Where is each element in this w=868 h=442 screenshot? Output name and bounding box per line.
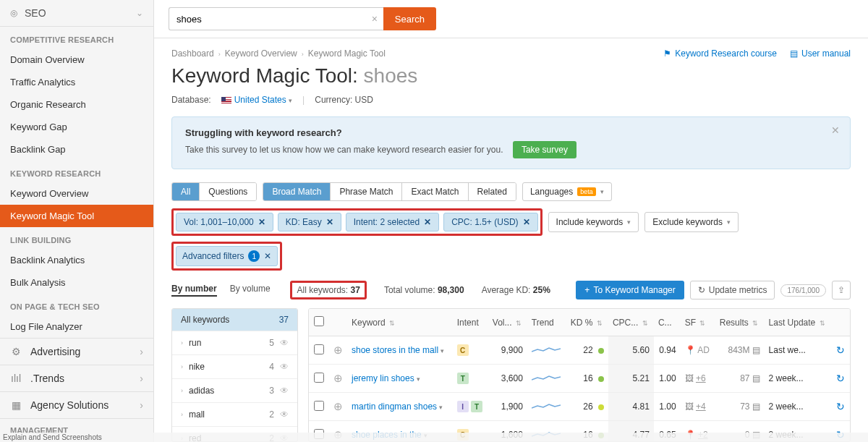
tab-match[interactable]: Related (469, 183, 516, 200)
refresh-row-button[interactable]: ↻ (836, 373, 845, 384)
col-keyword[interactable]: Keyword ⇅ (347, 309, 453, 336)
refresh-row-button[interactable]: ↻ (836, 401, 845, 412)
exclude-keywords-dropdown[interactable]: Exclude keywords▾ (644, 212, 739, 232)
tab-match[interactable]: Phrase Match (331, 183, 402, 200)
breadcrumb-item[interactable]: Keyword Overview (225, 48, 297, 59)
stats-tab-by-number[interactable]: By number (171, 284, 217, 297)
close-icon[interactable]: ✕ (523, 217, 530, 227)
keyword-link[interactable]: martin dingman shoes ▾ (347, 393, 453, 421)
keyword-link[interactable]: jeremy lin shoes ▾ (347, 365, 453, 393)
sidebar-item[interactable]: Traffic Analytics (0, 71, 153, 93)
keyword-groups-header[interactable]: All keywords 37 (172, 309, 297, 331)
col-results[interactable]: Results ⇅ (715, 309, 765, 336)
eye-icon[interactable]: 👁 (280, 338, 289, 348)
sidebar-section-title: ON PAGE & TECH SEO (0, 294, 153, 315)
serp-more[interactable]: +6 (696, 373, 706, 383)
tab-all[interactable]: All (172, 183, 200, 200)
sidebar-item[interactable]: Keyword Overview (0, 182, 153, 205)
row-checkbox[interactable] (314, 373, 324, 383)
chevron-right-icon: › (181, 411, 183, 418)
chevron-down-icon: ▾ (417, 375, 420, 383)
add-keyword-button[interactable]: ⊕ (329, 393, 347, 421)
filter-chip[interactable]: Intent: 2 selected✕ (346, 213, 439, 231)
sidebar-item[interactable]: Backlink Gap (0, 138, 153, 161)
refresh-row-button[interactable]: ↻ (836, 344, 845, 356)
serp-snapshot-icon[interactable]: ▤ (752, 373, 760, 383)
filter-chip[interactable]: KD: Easy✕ (278, 213, 341, 231)
sidebar-item[interactable]: Bulk Analysis (0, 271, 153, 294)
sidebar-item[interactable]: Domain Overview (0, 48, 153, 71)
keyword-group-item[interactable]: ›nike4👁 (172, 354, 297, 378)
serp-snapshot-icon[interactable]: ▤ (752, 345, 760, 355)
col-volume[interactable]: Vol... ⇅ (488, 309, 527, 336)
serp-more[interactable]: +4 (696, 401, 706, 412)
search-clear-button[interactable]: × (366, 7, 383, 30)
add-keyword-button[interactable]: ⊕ (329, 336, 347, 365)
sidebar-big-item[interactable]: ⚙Advertising› (0, 338, 153, 365)
keyword-link[interactable]: shoe stores in the mall ▾ (347, 336, 453, 365)
serp-feature-icon: 🖼 (685, 373, 694, 383)
database-selector[interactable]: United States ▾ (221, 95, 292, 105)
advanced-filters-chip[interactable]: Advanced filters 1 ✕ (176, 246, 278, 266)
survey-banner: Struggling with keyword research? Take t… (171, 116, 851, 169)
col-com[interactable]: C... (654, 309, 681, 336)
keyword-group-item[interactable]: ›adidas3👁 (172, 378, 297, 402)
languages-dropdown[interactable]: Languages beta ▾ (522, 182, 612, 201)
sidebar-item[interactable]: Keyword Gap (0, 116, 153, 138)
row-checkbox[interactable] (314, 401, 324, 411)
tab-match[interactable]: Broad Match (263, 183, 331, 200)
link-keyword-research-course[interactable]: ⚑Keyword Research course (663, 48, 777, 59)
chevron-right-icon: › (181, 387, 183, 394)
sidebar-big-item[interactable]: ▦Agency Solutions› (0, 391, 153, 418)
sidebar-item[interactable]: Backlink Analytics (0, 249, 153, 271)
col-intent[interactable]: Intent (453, 309, 488, 336)
serp-feature-icon: 🖼 (685, 401, 694, 412)
col-kd[interactable]: KD % ⇅ (566, 309, 608, 336)
tab-match[interactable]: Exact Match (402, 183, 468, 200)
sidebar-item[interactable]: Organic Research (0, 93, 153, 116)
take-survey-button[interactable]: Take survey (513, 141, 576, 158)
col-trend[interactable]: Trend (527, 309, 566, 336)
to-keyword-manager-button[interactable]: +To Keyword Manager (576, 281, 684, 299)
keyword-group-item[interactable]: ›run5👁 (172, 331, 297, 354)
breadcrumb-item[interactable]: Dashboard (171, 48, 214, 59)
keyword-group-item[interactable]: ›mall2👁 (172, 402, 297, 426)
sidebar-item[interactable]: Keyword Magic Tool (0, 205, 153, 227)
chevron-down-icon: ⌄ (136, 8, 143, 18)
eye-icon[interactable]: 👁 (280, 362, 289, 372)
banner-close-button[interactable]: ✕ (831, 124, 840, 136)
filter-chip[interactable]: CPC: 1.5+ (USD)✕ (443, 213, 537, 231)
add-keyword-button[interactable]: ⊕ (329, 365, 347, 393)
kd-indicator (598, 376, 604, 382)
close-icon[interactable]: ✕ (326, 217, 333, 227)
close-icon[interactable]: ✕ (424, 217, 431, 227)
eye-icon[interactable]: 👁 (280, 409, 289, 420)
breadcrumb: Dashboard›Keyword Overview›Keyword Magic… (171, 48, 386, 59)
link-user-manual[interactable]: ▤User manual (790, 48, 851, 59)
col-cpc[interactable]: CPC... ⇅ (608, 309, 654, 336)
stats-tab-by-volume[interactable]: By volume (230, 284, 271, 297)
include-keywords-dropdown[interactable]: Include keywords▾ (548, 212, 639, 232)
plus-icon: + (584, 285, 590, 295)
search-input[interactable] (169, 7, 366, 30)
tab-questions[interactable]: Questions (200, 183, 256, 200)
close-icon[interactable]: ✕ (258, 217, 265, 227)
export-button[interactable]: ⇪ (832, 281, 851, 299)
close-icon[interactable]: ✕ (264, 251, 271, 261)
breadcrumb-item[interactable]: Keyword Magic Tool (308, 48, 386, 59)
sidebar-header-seo[interactable]: ◎ SEO ⌄ (0, 0, 153, 27)
update-metrics-button[interactable]: ↻Update metrics (690, 281, 775, 299)
search-button[interactable]: Search (383, 7, 436, 30)
select-all-checkbox[interactable] (314, 316, 324, 326)
sidebar-item[interactable]: Log File Analyzer (0, 315, 153, 338)
row-checkbox[interactable] (314, 344, 324, 354)
col-sf[interactable]: SF ⇅ (681, 309, 715, 336)
col-last-update[interactable]: Last Update ⇅ (765, 309, 832, 336)
sidebar-section-title: COMPETITIVE RESEARCH (0, 27, 153, 48)
eye-icon[interactable]: 👁 (280, 386, 289, 396)
serp-snapshot-icon[interactable]: ▤ (752, 401, 760, 412)
filter-chip[interactable]: Vol: 1,001–10,000✕ (176, 213, 273, 231)
kd-indicator (598, 348, 604, 354)
tab-group-match: Broad MatchPhrase MatchExact MatchRelate… (263, 182, 516, 201)
sidebar-big-item[interactable]: ılıl.Trends› (0, 365, 153, 391)
